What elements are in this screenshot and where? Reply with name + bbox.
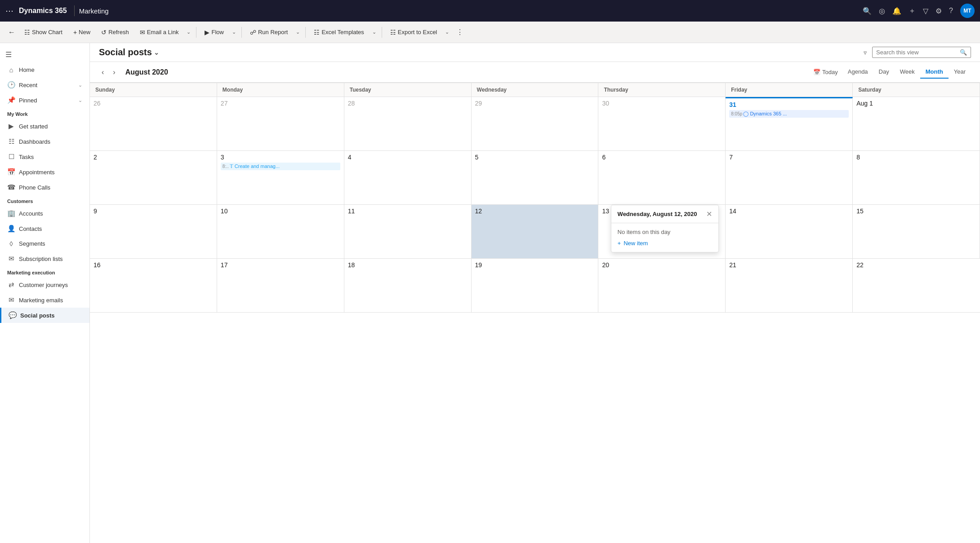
calendar-cell[interactable]: 6	[598, 151, 726, 205]
calendar-cell[interactable]: 11	[344, 205, 472, 259]
calendar-cell[interactable]: 20	[598, 259, 726, 313]
calendar-cell[interactable]: 30	[598, 97, 726, 151]
appointments-icon: 📅	[7, 168, 15, 176]
day-header-friday: Friday	[726, 83, 853, 97]
view-title[interactable]: Social posts ⌄	[99, 47, 159, 57]
sidebar-item-getstarted[interactable]: ▶ Get started	[0, 119, 89, 134]
event-item[interactable]: 8:..𝕋 Create and manag...	[221, 163, 340, 170]
sidebar: ☰ ⌂ Home 🕑 Recent ⌄ 📌 Pinned ⌄ My Work ▶…	[0, 43, 90, 543]
popup-new-item-button[interactable]: + New item	[618, 240, 648, 247]
calendar-cell[interactable]: 14	[726, 205, 853, 259]
day-header-sunday: Sunday	[90, 83, 217, 97]
calendar-cell[interactable]: 4	[344, 151, 472, 205]
dashboard-icon: ☷	[7, 137, 15, 146]
filter-icon[interactable]: ▽	[923, 7, 928, 15]
more-options-button[interactable]: ⋮	[453, 26, 467, 38]
sidebar-item-emails[interactable]: ✉ Marketing emails	[0, 292, 89, 308]
sidebar-item-home[interactable]: ⌂ Home	[0, 62, 89, 77]
agenda-view-button[interactable]: Agenda	[842, 66, 873, 79]
email-link-button[interactable]: ✉ Email a Link	[135, 26, 183, 39]
flow-dropdown[interactable]: ⌄	[230, 27, 238, 37]
search-box[interactable]: 🔍	[872, 47, 971, 58]
sidebar-item-accounts[interactable]: 🏢 Accounts	[0, 206, 89, 221]
refresh-button[interactable]: ↺ Refresh	[97, 26, 134, 39]
calendar-cell[interactable]: 21	[726, 259, 853, 313]
run-report-button[interactable]: ☍ Run Report	[245, 26, 292, 39]
calendar-cell[interactable]: Aug 1	[853, 97, 980, 151]
circle-icon[interactable]: ◎	[879, 7, 885, 15]
calendar-cell[interactable]: 18	[344, 259, 472, 313]
calendar-cell[interactable]: 38:..𝕋 Create and manag...	[217, 151, 344, 205]
waffle-icon[interactable]: ⋯	[5, 6, 13, 16]
sidebar-item-subscriptions[interactable]: ✉ Subscription lists	[0, 251, 89, 266]
show-chart-button[interactable]: ☷ Show Chart	[20, 26, 67, 39]
help-icon[interactable]: ?	[949, 7, 953, 15]
calendar-cell[interactable]: 29	[472, 97, 599, 151]
export-excel-button[interactable]: ☷ Export to Excel	[386, 26, 441, 39]
settings-icon[interactable]: ⚙	[935, 7, 942, 15]
view-filter-icon[interactable]: ▿	[862, 47, 869, 58]
calendar-cell[interactable]: 17	[217, 259, 344, 313]
prev-month-button[interactable]: ‹	[99, 66, 107, 78]
day-number: 30	[602, 100, 722, 107]
back-button[interactable]: ←	[5, 26, 18, 38]
calendar-cell[interactable]: 5	[472, 151, 599, 205]
popup-close-button[interactable]: ✕	[706, 210, 712, 218]
recent-chevron: ⌄	[78, 82, 82, 88]
sidebar-item-contacts[interactable]: 👤 Contacts	[0, 221, 89, 236]
week-view-button[interactable]: Week	[895, 66, 920, 79]
today-button[interactable]: 📅 Today	[809, 66, 842, 78]
calendar-cell[interactable]: 12Wednesday, August 12, 2020 ✕No items o…	[472, 205, 599, 259]
calendar-cell[interactable]: 7	[726, 151, 853, 205]
search-icon[interactable]: 🔍	[863, 7, 872, 15]
accounts-icon: 🏢	[7, 209, 15, 217]
flow-button[interactable]: ▶ Flow	[200, 26, 228, 39]
excel-templates-button[interactable]: ☷ Excel Templates	[309, 26, 368, 39]
popup-body: No items on this day + New item	[611, 223, 718, 252]
excel-templates-dropdown[interactable]: ⌄	[370, 27, 378, 37]
sidebar-item-tasks[interactable]: ☐ Tasks	[0, 149, 89, 164]
avatar[interactable]: MT	[960, 4, 975, 18]
calendar-cell[interactable]: 16	[90, 259, 217, 313]
customers-header: Customers	[0, 195, 89, 206]
calendar-cell[interactable]: 15	[853, 205, 980, 259]
calendar-cell[interactable]: 8	[853, 151, 980, 205]
run-report-dropdown[interactable]: ⌄	[294, 27, 302, 37]
calendar-cell[interactable]: 19	[472, 259, 599, 313]
calendar-cell[interactable]: 28	[344, 97, 472, 151]
calendar-cell[interactable]: 10	[217, 205, 344, 259]
calendar-cell[interactable]: 27	[217, 97, 344, 151]
sidebar-item-phonecalls[interactable]: ☎ Phone Calls	[0, 180, 89, 195]
sidebar-item-journeys[interactable]: ⇄ Customer journeys	[0, 277, 89, 292]
view-header: Social posts ⌄ ▿ 🔍	[90, 43, 980, 62]
calendar-cell[interactable]: 2	[90, 151, 217, 205]
sidebar-item-pinned[interactable]: 📌 Pinned ⌄	[0, 93, 89, 108]
export-dropdown[interactable]: ⌄	[443, 27, 451, 37]
module-name: Marketing	[79, 7, 109, 15]
month-view-button[interactable]: Month	[920, 66, 949, 79]
sidebar-collapse-button[interactable]: ☰	[0, 47, 17, 62]
brand-name[interactable]: Dynamics 365	[19, 7, 67, 15]
flow-icon: ▶	[205, 29, 209, 36]
new-button[interactable]: + New	[69, 26, 95, 39]
day-view-button[interactable]: Day	[873, 66, 895, 79]
sidebar-item-dashboards[interactable]: ☷ Dashboards	[0, 134, 89, 149]
search-input[interactable]	[876, 49, 958, 56]
email-dropdown[interactable]: ⌄	[185, 27, 192, 37]
sidebar-item-appointments[interactable]: 📅 Appointments	[0, 164, 89, 180]
day-number: 12	[475, 207, 595, 215]
day-header-thursday: Thursday	[598, 83, 726, 97]
calendar-cell[interactable]: 22	[853, 259, 980, 313]
bell-icon[interactable]: 🔔	[892, 7, 901, 15]
sidebar-item-recent[interactable]: 🕑 Recent ⌄	[0, 77, 89, 93]
year-view-button[interactable]: Year	[949, 66, 971, 79]
calendar-cell[interactable]: 9	[90, 205, 217, 259]
calendar-cell[interactable]: 318:05p◯ Dynamics 365 ...	[726, 97, 853, 151]
search-submit-icon[interactable]: 🔍	[960, 49, 967, 56]
plus-icon[interactable]: ＋	[909, 6, 916, 16]
event-item[interactable]: 8:05p◯ Dynamics 365 ...	[729, 110, 849, 118]
calendar-cell[interactable]: 26	[90, 97, 217, 151]
sidebar-item-segments[interactable]: ◊ Segments	[0, 236, 89, 251]
sidebar-item-social[interactable]: 💬 Social posts	[0, 308, 89, 323]
next-month-button[interactable]: ›	[110, 66, 118, 78]
